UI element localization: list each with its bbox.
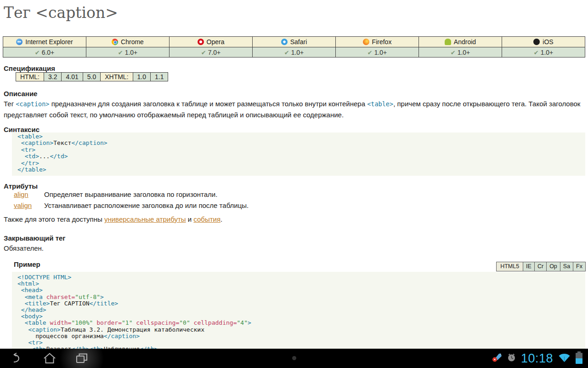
text-run (17, 293, 25, 300)
text-run: "1" (122, 319, 132, 326)
text-run: width= (50, 319, 71, 326)
browser-version: 1.0+ (458, 49, 470, 56)
page-title: Тег <caption> (4, 4, 118, 22)
text-run (17, 313, 21, 320)
browser-name: Internet Explorer (25, 38, 73, 46)
text-run: </td> (50, 153, 68, 160)
code-line: <table> (17, 133, 585, 140)
text-run: и (186, 215, 194, 223)
example-code-block: <!DOCTYPE HTML><html> <head> <meta chars… (12, 272, 585, 349)
text-run: "4" (237, 319, 247, 326)
alarm-icon (507, 353, 516, 364)
text-run: border= (96, 319, 122, 326)
check-icon: ✔ (284, 49, 289, 56)
browser-header-cell: Opera (170, 37, 253, 47)
check-icon: ✔ (35, 49, 40, 56)
browser-version-row: ✔6.0+✔1.0+✔7.0+✔1.0+✔1.0+✔1.0+✔1.0+ (3, 47, 585, 58)
text-run: </tr> (21, 160, 39, 167)
text-run: "100%" (71, 319, 93, 326)
tab-html5[interactable]: HTML5 (496, 262, 523, 271)
text-run (17, 306, 21, 313)
text-run: </caption> (71, 139, 107, 146)
text-run: </caption> (104, 333, 140, 339)
tab-sa[interactable]: Sa (560, 262, 573, 271)
text-run: cellpadding= (194, 319, 237, 326)
spec-cell: 5.0 (83, 73, 100, 81)
inline-link[interactable]: универсальные атрибуты (104, 215, 186, 223)
text-run (190, 319, 194, 326)
browser-version: 1.0+ (291, 49, 304, 56)
code-line: <title>Тег CAPTION</title> (17, 300, 585, 307)
browser-version: 7.0+ (208, 49, 221, 56)
attribute-link-valign[interactable]: valign (14, 201, 44, 209)
browser-name: Opera (207, 38, 225, 46)
status-cluster: 10:18 (492, 349, 582, 368)
browser-header-cell: Chrome (86, 37, 170, 47)
apple-icon (533, 39, 540, 45)
browser-name: Firefox (372, 38, 392, 46)
text-run: </head> (21, 306, 46, 313)
code-line: <td>...</td> (17, 153, 585, 160)
check-icon: ✔ (368, 49, 373, 56)
browser-version: 1.0+ (541, 49, 554, 56)
text-run: charset= (46, 293, 75, 300)
code-line: <tr> (17, 147, 585, 153)
code-line: </table> (17, 167, 585, 173)
tab-cr[interactable]: Cr (534, 262, 547, 271)
status-clock: 10:18 (521, 349, 553, 368)
example-tabs: HTML5IECrOpSaFx (497, 262, 586, 271)
browser-name: iOS (543, 38, 553, 46)
text-run: "0" (179, 319, 190, 326)
inline-link[interactable]: события (193, 215, 220, 223)
text-run: Наблюдения (104, 345, 140, 349)
text-run (17, 326, 28, 333)
spec-cell: 4.01 (62, 73, 83, 81)
browser-header-cell: Safari (253, 37, 336, 47)
browser-header-cell: Firefox (336, 37, 419, 47)
text-run: <caption> (28, 326, 60, 333)
home-button[interactable] (39, 349, 61, 368)
code-line: <body> (17, 313, 585, 320)
browser-version: 6.0+ (42, 49, 55, 56)
browser-version-cell: ✔1.0+ (419, 47, 502, 58)
text-run: </th> (71, 345, 89, 349)
code-line: <caption>Текст</caption> (17, 140, 585, 146)
text-run (17, 339, 28, 346)
inline-code: <table> (367, 100, 393, 108)
tab-fx[interactable]: Fx (573, 262, 586, 271)
text-run: Возраст (46, 345, 72, 349)
closing-tag-text: Обязателен. (4, 244, 44, 252)
text-run (17, 160, 21, 167)
browser-header-cell: iOS (502, 37, 585, 47)
browser-header-cell: Internet Explorer (3, 37, 86, 47)
check-icon: ✔ (201, 49, 206, 56)
tab-ie[interactable]: IE (523, 262, 535, 271)
attribute-row: alignОпределяет выравнивание заголовка п… (14, 190, 217, 198)
browser-name: Safari (290, 38, 307, 46)
recents-button[interactable] (71, 349, 93, 368)
wifi-icon (558, 352, 571, 364)
text-run: Текст (53, 139, 71, 146)
text-run: Тег (4, 100, 16, 108)
text-run (17, 146, 21, 153)
browser-version-cell: ✔1.0+ (336, 47, 419, 58)
code-line: </tr> (17, 160, 585, 167)
text-run: <table> (17, 133, 43, 140)
attribute-description: Устанавливает расположение заголовка до … (44, 201, 249, 209)
attribute-link-align[interactable]: align (14, 190, 44, 198)
universal-attributes-note: Также для этого тега доступны универсаль… (4, 215, 222, 223)
text-run: </table> (17, 166, 46, 173)
browser-name: Chrome (121, 38, 144, 46)
text-run: Таблица 3.2. Демонстрация катаболических (61, 326, 204, 333)
text-run: <th> (32, 345, 46, 349)
browser-version-cell: ✔1.0+ (502, 47, 585, 58)
check-icon: ✔ (451, 49, 456, 56)
check-icon: ✔ (118, 49, 123, 56)
text-run: <meta (25, 293, 46, 300)
specification-heading: Спецификация (4, 64, 55, 72)
tab-op[interactable]: Op (546, 262, 560, 271)
spec-cell: 1.0 (133, 73, 150, 81)
back-button[interactable] (5, 349, 27, 368)
inline-code: <caption> (16, 100, 49, 108)
ie-icon (16, 39, 23, 45)
